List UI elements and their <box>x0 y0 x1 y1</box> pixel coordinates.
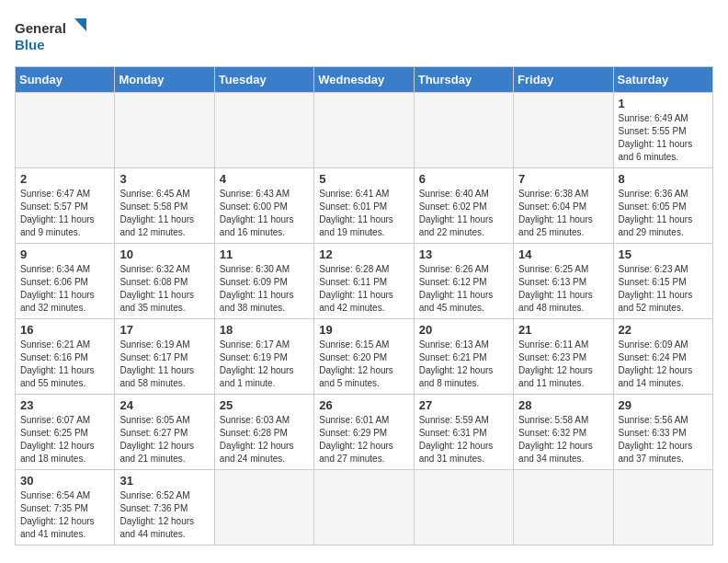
header: General Blue <box>15 15 713 55</box>
day-number: 13 <box>419 247 508 261</box>
calendar-cell <box>514 470 613 546</box>
calendar-cell: 30Sunrise: 6:54 AM Sunset: 7:35 PM Dayli… <box>16 470 115 546</box>
day-info: Sunrise: 6:28 AM Sunset: 6:11 PM Dayligh… <box>319 263 408 315</box>
calendar-week-4: 16Sunrise: 6:21 AM Sunset: 6:16 PM Dayli… <box>16 319 713 395</box>
calendar-cell: 3Sunrise: 6:45 AM Sunset: 5:58 PM Daylig… <box>115 168 214 244</box>
day-info: Sunrise: 6:47 AM Sunset: 5:57 PM Dayligh… <box>20 188 109 239</box>
day-number: 1 <box>619 97 708 110</box>
day-info: Sunrise: 6:21 AM Sunset: 6:16 PM Dayligh… <box>20 339 109 390</box>
calendar-week-1: 1Sunrise: 6:49 AM Sunset: 5:55 PM Daylig… <box>16 93 713 168</box>
day-info: Sunrise: 6:45 AM Sunset: 5:58 PM Dayligh… <box>119 188 209 239</box>
calendar-cell: 19Sunrise: 6:15 AM Sunset: 6:20 PM Dayli… <box>314 319 414 395</box>
day-info: Sunrise: 6:32 AM Sunset: 6:08 PM Dayligh… <box>119 263 209 315</box>
calendar-cell <box>414 93 513 168</box>
calendar-cell: 12Sunrise: 6:28 AM Sunset: 6:11 PM Dayli… <box>314 244 414 319</box>
calendar-cell: 8Sunrise: 6:36 AM Sunset: 6:05 PM Daylig… <box>613 168 712 244</box>
calendar-cell <box>115 93 214 168</box>
calendar-cell <box>314 93 414 168</box>
column-header-sunday: Sunday <box>16 67 115 93</box>
day-number: 8 <box>619 172 708 186</box>
day-number: 16 <box>20 323 109 337</box>
calendar-cell: 28Sunrise: 5:58 AM Sunset: 6:32 PM Dayli… <box>514 395 613 470</box>
day-number: 5 <box>319 172 408 186</box>
calendar-cell: 14Sunrise: 6:25 AM Sunset: 6:13 PM Dayli… <box>514 244 613 319</box>
day-info: Sunrise: 6:38 AM Sunset: 6:04 PM Dayligh… <box>518 188 608 239</box>
calendar-week-6: 30Sunrise: 6:54 AM Sunset: 7:35 PM Dayli… <box>16 470 713 546</box>
calendar-cell <box>514 93 613 168</box>
day-info: Sunrise: 5:59 AM Sunset: 6:31 PM Dayligh… <box>419 414 508 465</box>
day-info: Sunrise: 6:36 AM Sunset: 6:05 PM Dayligh… <box>619 188 708 239</box>
day-number: 7 <box>518 172 608 186</box>
svg-text:Blue: Blue <box>15 37 45 52</box>
day-info: Sunrise: 6:09 AM Sunset: 6:24 PM Dayligh… <box>619 339 708 390</box>
day-info: Sunrise: 6:03 AM Sunset: 6:28 PM Dayligh… <box>220 414 309 465</box>
day-number: 19 <box>319 323 408 337</box>
calendar-cell: 1Sunrise: 6:49 AM Sunset: 5:55 PM Daylig… <box>613 93 712 168</box>
calendar-cell: 24Sunrise: 6:05 AM Sunset: 6:27 PM Dayli… <box>115 395 214 470</box>
column-header-friday: Friday <box>514 67 613 93</box>
calendar-week-3: 9Sunrise: 6:34 AM Sunset: 6:06 PM Daylig… <box>16 244 713 319</box>
calendar-cell <box>613 470 712 546</box>
day-number: 30 <box>20 474 109 488</box>
calendar-cell: 18Sunrise: 6:17 AM Sunset: 6:19 PM Dayli… <box>214 319 313 395</box>
day-number: 20 <box>419 323 508 337</box>
day-info: Sunrise: 6:17 AM Sunset: 6:19 PM Dayligh… <box>220 339 309 390</box>
calendar-cell: 15Sunrise: 6:23 AM Sunset: 6:15 PM Dayli… <box>613 244 712 319</box>
day-number: 17 <box>119 323 209 337</box>
calendar-cell: 27Sunrise: 5:59 AM Sunset: 6:31 PM Dayli… <box>414 395 513 470</box>
day-info: Sunrise: 6:49 AM Sunset: 5:55 PM Dayligh… <box>619 112 708 164</box>
column-header-saturday: Saturday <box>613 67 712 93</box>
calendar-cell <box>214 93 313 168</box>
day-number: 25 <box>220 398 309 412</box>
day-info: Sunrise: 6:23 AM Sunset: 6:15 PM Dayligh… <box>619 263 708 315</box>
calendar-cell: 5Sunrise: 6:41 AM Sunset: 6:01 PM Daylig… <box>314 168 414 244</box>
calendar-cell: 17Sunrise: 6:19 AM Sunset: 6:17 PM Dayli… <box>115 319 214 395</box>
calendar-cell: 6Sunrise: 6:40 AM Sunset: 6:02 PM Daylig… <box>414 168 513 244</box>
day-number: 15 <box>619 247 708 261</box>
day-number: 6 <box>419 172 508 186</box>
column-header-thursday: Thursday <box>414 67 513 93</box>
day-info: Sunrise: 6:15 AM Sunset: 6:20 PM Dayligh… <box>319 339 408 390</box>
calendar-header-row: SundayMondayTuesdayWednesdayThursdayFrid… <box>16 67 713 93</box>
logo: General Blue <box>15 15 88 55</box>
column-header-monday: Monday <box>115 67 214 93</box>
day-number: 11 <box>220 247 309 261</box>
calendar-cell: 13Sunrise: 6:26 AM Sunset: 6:12 PM Dayli… <box>414 244 513 319</box>
day-number: 23 <box>20 398 109 412</box>
day-number: 29 <box>619 398 708 412</box>
day-info: Sunrise: 6:54 AM Sunset: 7:35 PM Dayligh… <box>20 489 109 541</box>
calendar-cell <box>414 470 513 546</box>
calendar-cell: 26Sunrise: 6:01 AM Sunset: 6:29 PM Dayli… <box>314 395 414 470</box>
day-info: Sunrise: 6:19 AM Sunset: 6:17 PM Dayligh… <box>119 339 209 390</box>
calendar-cell: 10Sunrise: 6:32 AM Sunset: 6:08 PM Dayli… <box>115 244 214 319</box>
day-number: 3 <box>119 172 209 186</box>
calendar-cell: 23Sunrise: 6:07 AM Sunset: 6:25 PM Dayli… <box>16 395 115 470</box>
calendar-cell: 9Sunrise: 6:34 AM Sunset: 6:06 PM Daylig… <box>16 244 115 319</box>
calendar-cell: 21Sunrise: 6:11 AM Sunset: 6:23 PM Dayli… <box>514 319 613 395</box>
calendar-cell <box>214 470 313 546</box>
day-info: Sunrise: 5:58 AM Sunset: 6:32 PM Dayligh… <box>518 414 608 465</box>
calendar-week-2: 2Sunrise: 6:47 AM Sunset: 5:57 PM Daylig… <box>16 168 713 244</box>
day-info: Sunrise: 6:30 AM Sunset: 6:09 PM Dayligh… <box>220 263 309 315</box>
column-header-wednesday: Wednesday <box>314 67 414 93</box>
calendar-cell: 16Sunrise: 6:21 AM Sunset: 6:16 PM Dayli… <box>16 319 115 395</box>
day-info: Sunrise: 6:43 AM Sunset: 6:00 PM Dayligh… <box>220 188 309 239</box>
calendar-cell <box>16 93 115 168</box>
day-number: 2 <box>20 172 109 186</box>
calendar-cell: 4Sunrise: 6:43 AM Sunset: 6:00 PM Daylig… <box>214 168 313 244</box>
day-info: Sunrise: 6:13 AM Sunset: 6:21 PM Dayligh… <box>419 339 508 390</box>
day-info: Sunrise: 6:40 AM Sunset: 6:02 PM Dayligh… <box>419 188 508 239</box>
day-number: 10 <box>119 247 209 261</box>
day-number: 14 <box>518 247 608 261</box>
day-info: Sunrise: 6:05 AM Sunset: 6:27 PM Dayligh… <box>119 414 209 465</box>
day-number: 27 <box>419 398 508 412</box>
day-info: Sunrise: 6:11 AM Sunset: 6:23 PM Dayligh… <box>518 339 608 390</box>
day-number: 9 <box>20 247 109 261</box>
column-header-tuesday: Tuesday <box>214 67 313 93</box>
day-number: 21 <box>518 323 608 337</box>
day-number: 24 <box>119 398 209 412</box>
day-number: 22 <box>619 323 708 337</box>
calendar-table: SundayMondayTuesdayWednesdayThursdayFrid… <box>15 66 713 546</box>
calendar-cell: 20Sunrise: 6:13 AM Sunset: 6:21 PM Dayli… <box>414 319 513 395</box>
day-number: 31 <box>119 474 209 488</box>
